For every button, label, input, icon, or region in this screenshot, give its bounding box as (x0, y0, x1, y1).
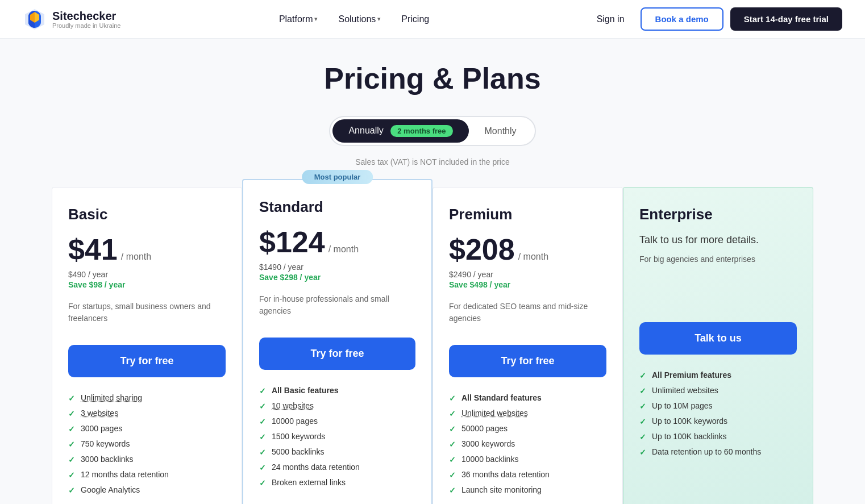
check-icon: ✓ (68, 424, 75, 434)
plan-price: $208 (449, 232, 515, 266)
list-item: ✓ 5000 backlinks (259, 447, 415, 457)
plan-annual: $1490 / year (259, 263, 415, 272)
nav-pricing[interactable]: Pricing (393, 10, 437, 29)
nav-solutions[interactable]: Solutions ▾ (330, 10, 389, 29)
check-icon: ✓ (259, 463, 266, 472)
list-item: ✓ Unlimited websites (449, 409, 606, 418)
page-title: Pricing & Plans (46, 61, 819, 95)
list-item: ✓ 750 keywords (68, 439, 226, 449)
basic-cta-button[interactable]: Try for free (68, 345, 226, 377)
list-item: ✓ 10000 pages (259, 416, 415, 426)
plan-standard: Most popular Standard $124 / month $1490… (242, 179, 432, 504)
toggle-annually[interactable]: Annually 2 months free (332, 119, 468, 143)
toggle-monthly[interactable]: Monthly (469, 120, 533, 142)
main-content: Pricing & Plans Annually 2 months free M… (35, 39, 830, 504)
list-item: ✓ Up to 100K backlinks (639, 432, 797, 441)
nav-links: Platform ▾ Solutions ▾ Pricing (271, 10, 437, 29)
list-item: ✓ Data retention up to 60 months (639, 447, 797, 457)
most-popular-badge: Most popular (302, 170, 373, 184)
list-item: ✓ Up to 100K keywords (639, 416, 797, 426)
plan-save: Save $498 / year (449, 280, 606, 289)
list-item: ✓ Google Analytics (68, 485, 226, 495)
logo-text: Sitechecker Proudly made in Ukraine (52, 10, 120, 29)
list-item: ✓ All Standard features (449, 393, 606, 403)
plan-basic: Basic $41 / month $490 / year Save $98 /… (52, 187, 242, 504)
check-icon: ✓ (259, 417, 266, 426)
logo[interactable]: Sitechecker Proudly made in Ukraine (23, 7, 120, 31)
pricing-cards: Basic $41 / month $490 / year Save $98 /… (52, 187, 813, 504)
nav-platform[interactable]: Platform ▾ (271, 10, 326, 29)
list-item: ✓ 3 websites (68, 409, 226, 418)
check-icon: ✓ (639, 371, 646, 380)
list-item: ✓ 1500 keywords (259, 432, 415, 441)
list-item: ✓ 50000 pages (449, 424, 606, 434)
toggle-wrapper: Annually 2 months free Monthly (329, 116, 535, 146)
features-list: ✓ All Premium features ✓ Unlimited websi… (639, 370, 797, 457)
list-item: ✓ All Basic features (259, 386, 415, 395)
features-list: ✓ All Standard features ✓ Unlimited webs… (449, 393, 606, 495)
plan-save: Save $98 / year (68, 280, 226, 289)
check-icon: ✓ (449, 409, 456, 418)
check-icon: ✓ (449, 394, 456, 403)
check-icon: ✓ (68, 486, 75, 495)
logo-icon (23, 7, 47, 31)
plan-desc: For dedicated SEO teams and mid-size age… (449, 301, 606, 329)
plan-name: Enterprise (639, 206, 797, 223)
list-item: ✓ Unlimited websites (639, 386, 797, 395)
list-item: ✓ Broken external links (259, 478, 415, 488)
free-badge: 2 months free (390, 125, 452, 137)
list-item: ✓ All Premium features (639, 370, 797, 380)
plan-name: Standard (259, 198, 415, 216)
enterprise-sub: For big agencies and enterprises (639, 253, 797, 265)
vat-note: Sales tax (VAT) is NOT included in the p… (46, 157, 819, 166)
premium-cta-button[interactable]: Try for free (449, 345, 606, 377)
plan-annual: $490 / year (68, 270, 226, 279)
check-icon: ✓ (449, 486, 456, 495)
plan-price-row: $124 / month (259, 225, 415, 259)
check-icon: ✓ (449, 440, 456, 449)
check-icon: ✓ (449, 470, 456, 480)
plan-name: Premium (449, 206, 606, 223)
features-list: ✓ Unlimited sharing ✓ 3 websites ✓ 3000 … (68, 393, 226, 495)
plan-save: Save $298 / year (259, 273, 415, 282)
book-demo-button[interactable]: Book a demo (641, 7, 723, 31)
check-icon: ✓ (639, 386, 646, 395)
check-icon: ✓ (259, 432, 266, 441)
plan-price: $41 (68, 232, 118, 266)
list-item: ✓ 3000 backlinks (68, 455, 226, 464)
nav-actions: Sign in Book a demo Start 14-day free tr… (588, 7, 842, 31)
check-icon: ✓ (259, 386, 266, 395)
plan-premium: Premium $208 / month $2490 / year Save $… (432, 187, 623, 504)
plan-period: / month (121, 252, 151, 262)
list-item: ✓ 3000 keywords (449, 439, 606, 449)
enterprise-cta-button[interactable]: Talk to us (639, 322, 797, 355)
check-icon: ✓ (68, 440, 75, 449)
check-icon: ✓ (68, 394, 75, 403)
check-icon: ✓ (449, 424, 456, 434)
chevron-down-icon: ▾ (377, 15, 381, 23)
plan-price-row: $41 / month (68, 232, 226, 266)
signin-button[interactable]: Sign in (588, 10, 634, 29)
check-icon: ✓ (639, 448, 646, 457)
start-trial-button[interactable]: Start 14-day free trial (730, 7, 842, 31)
check-icon: ✓ (259, 402, 266, 411)
plan-price: $124 (259, 225, 325, 259)
check-icon: ✓ (639, 417, 646, 426)
check-icon: ✓ (259, 478, 266, 488)
list-item: ✓ 24 months data retention (259, 463, 415, 472)
check-icon: ✓ (639, 402, 646, 411)
plan-annual: $2490 / year (449, 270, 606, 279)
check-icon: ✓ (449, 455, 456, 464)
plan-period: / month (518, 252, 548, 262)
check-icon: ✓ (259, 448, 266, 457)
list-item: ✓ Unlimited sharing (68, 393, 226, 403)
list-item: ✓ 3000 pages (68, 424, 226, 434)
plan-enterprise: Enterprise Talk to us for more details. … (623, 187, 813, 504)
list-item: ✓ 12 months data retention (68, 470, 226, 480)
standard-cta-button[interactable]: Try for free (259, 338, 415, 370)
chevron-down-icon: ▾ (314, 15, 318, 23)
list-item: ✓ 10000 backlinks (449, 455, 606, 464)
plan-name: Basic (68, 206, 226, 223)
list-item: ✓ 10 websites (259, 401, 415, 411)
billing-toggle: Annually 2 months free Monthly (46, 116, 819, 146)
